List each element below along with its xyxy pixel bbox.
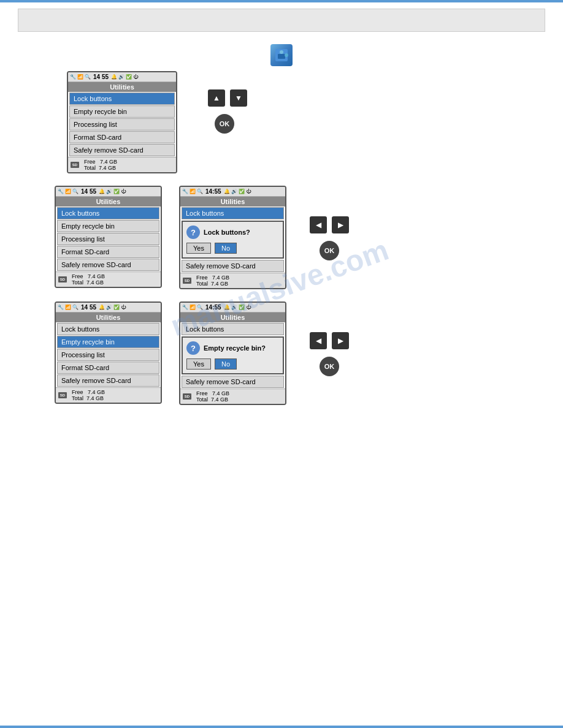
main-content: 🔧 📶 🔍 14 55 🔔 🔊 ✅ ⏻ Utilities Lock butto… — [18, 38, 545, 423]
s3-menu-safely[interactable]: Safely remove SD-card — [57, 374, 159, 387]
section2-dialog: ? Lock buttons? Yes No — [182, 221, 284, 259]
status-icon-1: 🔧 — [70, 74, 76, 80]
section2-status-bar1: 🔧 📶 🔍 14 55 🔔 🔊 ✅ ⏻ — [56, 187, 161, 197]
s3d2-top-item[interactable]: Lock buttons — [182, 323, 284, 335]
s3-total2: 7.4 GB — [211, 396, 228, 403]
section3-device1: 🔧 📶 🔍 14 55 🔔 🔊 ✅ ⏻ Utilities Lock butto… — [55, 301, 162, 404]
section3-yes-btn[interactable]: Yes — [186, 358, 211, 370]
section3-title2: Utilities — [180, 313, 285, 322]
s2-menu-safely[interactable]: Safely remove SD-card — [57, 259, 159, 271]
section2-title2: Utilities — [180, 197, 285, 207]
section2-footer1: SD Free 7.4 GB Total 7.4 GB — [56, 271, 161, 287]
section1-footer: SD Free 7.4 GB Total 7.4 GB — [68, 157, 176, 172]
section2-ok-btn[interactable]: OK — [320, 241, 339, 260]
bottom-border — [0, 726, 563, 728]
svg-rect-2 — [278, 54, 285, 59]
section3-menu1: Lock buttons Empty recycle bin Processin… — [56, 323, 161, 387]
nav-left-btn-3[interactable]: ◀ — [310, 332, 327, 349]
section3-time2: 14:55 — [205, 304, 221, 311]
section3-dialog: ? Empty recycle bin? Yes No — [182, 336, 284, 374]
nav-up-btn[interactable]: ▲ — [208, 89, 225, 107]
s3-menu-empty[interactable]: Empty recycle bin — [57, 336, 159, 348]
status-icon-5: 🔊 — [118, 74, 124, 80]
section3-footer2: SD Free 7.4 GB Total 7.4 GB — [180, 389, 285, 404]
s2-total1: 7.4 GB — [86, 279, 104, 286]
menu-item-processing-1[interactable]: Processing list — [69, 118, 175, 131]
status-icon-7: ⏻ — [133, 74, 138, 80]
section2-time1: 14 55 — [81, 188, 96, 195]
app-icon — [270, 44, 293, 66]
s2-total2: 7.4 GB — [211, 281, 228, 287]
menu-item-format-1[interactable]: Format SD-card — [69, 131, 175, 143]
section2-menu1: Lock buttons Empty recycle bin Processin… — [56, 207, 161, 271]
section1-footer-text: Free 7.4 GB Total 7.4 GB — [84, 159, 117, 171]
dialog-question-icon: ? — [186, 226, 200, 239]
nav-right-btn-2[interactable]: ▶ — [332, 216, 349, 233]
section1-device: 🔧 📶 🔍 14 55 🔔 🔊 ✅ ⏻ Utilities Lock butto… — [67, 71, 177, 173]
s2-menu-lock[interactable]: Lock buttons — [57, 207, 159, 219]
s2-menu-empty[interactable]: Empty recycle bin — [57, 220, 159, 232]
s2-free1: 7.4 GB — [88, 273, 105, 279]
sd-icon-1: SD — [71, 162, 79, 168]
s3-menu-format[interactable]: Format SD-card — [57, 362, 159, 374]
s2d2-bottom-item[interactable]: Safely remove SD-card — [182, 260, 284, 272]
section1-row: 🔧 📶 🔍 14 55 🔔 🔊 ✅ ⏻ Utilities Lock butto… — [67, 71, 545, 173]
sd-icon-2: SD — [58, 276, 67, 282]
section2-time2: 14:55 — [205, 188, 221, 195]
section2-device1: 🔧 📶 🔍 14 55 🔔 🔊 ✅ ⏻ Utilities Lock butto… — [55, 186, 162, 288]
section2-nav-h: ◀ ▶ — [310, 216, 349, 233]
svg-point-3 — [285, 53, 288, 57]
dialog-title-row: ? Lock buttons? — [186, 226, 279, 239]
section3-device2: 🔧 📶 🔍 14:55 🔔 🔊 ✅ ⏻ Utilities Lock butto… — [179, 301, 286, 405]
header-bar — [18, 9, 545, 32]
s2-menu-format[interactable]: Format SD-card — [57, 246, 159, 258]
section3-no-btn[interactable]: No — [215, 358, 237, 370]
s3-menu-proc[interactable]: Processing list — [57, 349, 159, 361]
section2-dialog-buttons: Yes No — [186, 243, 279, 254]
section1-title: Utilities — [68, 82, 176, 92]
s3d2-bottom-item[interactable]: Safely remove SD-card — [182, 376, 284, 388]
section3-controls: ◀ ▶ OK — [310, 332, 349, 376]
section3-time1: 14 55 — [81, 304, 96, 311]
section2-footer2: SD Free 7.4 GB Total 7.4 GB — [180, 273, 285, 288]
section3-footer1: SD Free 7.4 GB Total 7.4 GB — [56, 387, 161, 403]
section1-status-bar: 🔧 📶 🔍 14 55 🔔 🔊 ✅ ⏻ — [68, 72, 176, 82]
s3-free2: 7.4 GB — [212, 390, 229, 396]
status-icon-4: 🔔 — [111, 74, 117, 80]
section3-status-bar1: 🔧 📶 🔍 14 55 🔔 🔊 ✅ ⏻ — [56, 303, 161, 313]
menu-item-empty-recycle-1[interactable]: Empty recycle bin — [69, 105, 175, 118]
section1-time: 14 55 — [93, 74, 109, 80]
section2-no-btn[interactable]: No — [215, 243, 237, 254]
s2-free2: 7.4 GB — [212, 275, 229, 281]
status-icon-3: 🔍 — [85, 74, 91, 80]
section2-row: 🔧 📶 🔍 14 55 🔔 🔊 ✅ ⏻ Utilities Lock butto… — [55, 186, 545, 289]
menu-item-lock-buttons-1[interactable]: Lock buttons — [69, 93, 175, 105]
nav-right-btn-3[interactable]: ▶ — [332, 332, 349, 349]
section3-title1: Utilities — [56, 313, 161, 322]
s2-menu-proc[interactable]: Processing list — [57, 233, 159, 245]
nav-down-btn[interactable]: ▼ — [230, 89, 247, 107]
section3-dialog-text: Empty recycle bin? — [204, 344, 266, 352]
section2-status-bar2: 🔧 📶 🔍 14:55 🔔 🔊 ✅ ⏻ — [180, 187, 285, 197]
section3-nav-h: ◀ ▶ — [310, 332, 349, 349]
nav-left-btn-2[interactable]: ◀ — [310, 216, 327, 233]
section1-ok-btn[interactable]: OK — [215, 114, 234, 134]
section3-status-bar2: 🔧 📶 🔍 14:55 🔔 🔊 ✅ ⏻ — [180, 303, 285, 313]
menu-item-safely-1[interactable]: Safely remove SD-card — [69, 144, 175, 156]
section3-dialog-icon: ? — [186, 341, 200, 355]
s3-menu-lock[interactable]: Lock buttons — [57, 323, 159, 335]
section2-title1: Utilities — [56, 197, 161, 207]
section1-total: 7.4 GB — [99, 165, 116, 171]
top-border — [0, 0, 563, 2]
section2-yes-btn[interactable]: Yes — [186, 243, 211, 254]
sd-icon-3: SD — [183, 278, 191, 284]
section3-ok-btn[interactable]: OK — [320, 357, 339, 376]
section2-dialog-text: Lock buttons? — [204, 229, 250, 236]
app-icon-container — [18, 44, 545, 66]
status-icon-6: ✅ — [126, 74, 132, 80]
s3-free1: 7.4 GB — [88, 389, 105, 395]
s2d2-top-item[interactable]: Lock buttons — [182, 207, 284, 219]
section2-device2: 🔧 📶 🔍 14:55 🔔 🔊 ✅ ⏻ Utilities Lock butto… — [179, 186, 286, 289]
s3-total1: 7.4 GB — [86, 395, 104, 401]
sd-icon-5: SD — [183, 393, 191, 400]
